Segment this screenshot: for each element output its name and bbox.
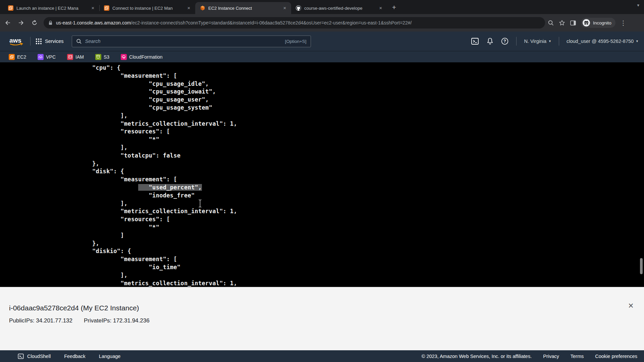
ec2-favicon — [8, 5, 13, 11]
footer-link[interactable]: Privacy — [543, 354, 559, 359]
favorite-service-link[interactable]: CloudFormation — [121, 54, 163, 60]
bookmark-star-icon[interactable] — [559, 20, 565, 26]
terminal-line: ] — [92, 232, 644, 240]
incognito-icon — [582, 19, 590, 27]
browser-toolbar: us-east-1.console.aws.amazon.com/ec2-ins… — [0, 14, 644, 32]
terminal-line: ], — [92, 144, 644, 152]
help-icon[interactable]: ? — [501, 37, 509, 45]
terminal-line: ], — [92, 112, 644, 120]
services-menu[interactable]: Services — [36, 39, 64, 44]
terminal-line: "metrics_collection_interval": 1, — [92, 280, 644, 287]
terminal-line: "cpu_usage_idle", — [92, 80, 644, 88]
selected-text: "used_percent", — [138, 184, 202, 191]
tab-search-chevron-icon[interactable]: ▾ — [637, 3, 639, 8]
favorite-service-link[interactable]: IAM — [67, 54, 84, 60]
terminal-line: "diskio": { — [92, 247, 644, 255]
public-ips: PublicIPs: 34.201.77.132 — [9, 317, 72, 324]
services-label: Services — [45, 39, 64, 44]
notifications-bell-icon[interactable] — [486, 37, 494, 45]
s3-service-icon — [95, 54, 101, 60]
browser-tab[interactable]: Launch an instance | EC2 Mana × — [3, 2, 99, 14]
terminal-line: "io_time" — [92, 263, 644, 272]
back-icon[interactable] — [2, 17, 13, 28]
footer-links: PrivacyTermsCookie preferences — [543, 354, 637, 359]
instance-info-panel: i-06daac9a5278ce2d4 (My EC2 Instance) Pu… — [0, 287, 644, 350]
tab-title: course-aws-certified-develope — [304, 6, 375, 11]
header-divider — [559, 37, 559, 46]
close-icon[interactable]: × — [626, 301, 636, 311]
search-icon — [76, 39, 82, 44]
terminal-line: "measurement": [ — [92, 72, 644, 80]
toolbar-right: Incognito ⋮ — [548, 18, 630, 28]
url-domain: us-east-1.console.aws.amazon.com — [56, 20, 131, 25]
reload-icon[interactable] — [29, 17, 40, 28]
terminal-line: "*" — [92, 136, 644, 144]
ec2-instance-connect-terminal[interactable]: "cpu": { "measurement": [ "cpu_usage_idl… — [0, 62, 644, 287]
browser-tab[interactable]: Connect to instance | EC2 Man × — [99, 2, 195, 14]
favorite-service-link[interactable]: S3 — [95, 54, 109, 60]
terminal-line: "cpu": { — [92, 64, 644, 72]
terminal-line: "measurement": [ — [92, 255, 644, 263]
header-right-controls: ? N. Virginia ▼ cloud_user @ 4595-5262-8… — [471, 32, 639, 51]
region-selector[interactable]: N. Virginia ▼ — [524, 39, 551, 44]
terminal-line: ], — [92, 200, 644, 208]
incognito-badge: Incognito — [581, 18, 615, 28]
search-shortcut: [Option+S] — [285, 39, 306, 44]
tab-close-icon[interactable]: × — [282, 5, 288, 11]
tab-close-icon[interactable]: × — [90, 5, 96, 11]
favorite-service-link[interactable]: VPC — [38, 54, 56, 60]
aws-logo[interactable]: aws — [7, 36, 25, 47]
url-path: /ec2-instance-connect/ssh?connType=stand… — [131, 20, 412, 25]
browser-tab-bar: Launch an instance | EC2 Mana × Connect … — [0, 0, 644, 14]
language-button[interactable]: Language — [99, 354, 121, 359]
footer-cloudshell-button[interactable]: CloudShell — [17, 353, 51, 360]
cloudshell-label: CloudShell — [27, 354, 51, 359]
aws-cube-favicon — [200, 5, 205, 11]
new-tab-button[interactable]: + — [389, 3, 399, 13]
copyright-text: © 2023, Amazon Web Services, Inc. or its… — [422, 354, 532, 359]
ec2-service-icon — [9, 54, 15, 60]
search-input[interactable] — [85, 39, 285, 44]
services-grid-icon — [36, 39, 42, 44]
favorite-service-link[interactable]: EC2 — [9, 54, 26, 60]
zoom-icon[interactable] — [548, 20, 554, 26]
chevron-down-icon: ▼ — [636, 40, 639, 43]
tab-close-icon[interactable]: × — [186, 5, 192, 11]
side-panel-icon[interactable] — [570, 20, 576, 26]
feedback-button[interactable]: Feedback — [64, 354, 86, 359]
ec2-favicon — [104, 5, 109, 11]
svg-text:aws: aws — [9, 37, 21, 44]
terminal-scrollbar-thumb[interactable] — [640, 258, 643, 274]
cloudshell-icon — [17, 353, 24, 360]
terminal-output: "cpu": { "measurement": [ "cpu_usage_idl… — [0, 62, 644, 287]
tab-title: Launch an instance | EC2 Mana — [16, 6, 87, 11]
terminal-line: "resources": [ — [92, 216, 644, 224]
account-menu[interactable]: cloud_user @ 4595-5262-8750 ▼ — [567, 39, 639, 44]
favorite-label: EC2 — [17, 54, 26, 60]
browser-tab[interactable]: EC2 Instance Connect × — [195, 2, 291, 14]
terminal-line: "resources": [ — [92, 128, 644, 136]
cloudshell-icon[interactable] — [471, 37, 479, 46]
terminal-line: "metrics_collection_interval": 1, — [92, 207, 644, 216]
favorite-label: S3 — [104, 54, 109, 60]
terminal-line: "used_percent", — [92, 184, 644, 192]
terminal-line: }, — [92, 160, 644, 168]
favorite-label: CloudFormation — [129, 54, 163, 60]
vpc-service-icon — [38, 54, 44, 60]
console-search[interactable]: [Option+S] — [72, 36, 311, 47]
iam-service-icon — [67, 54, 73, 60]
tab-close-icon[interactable]: × — [378, 5, 384, 11]
footer-link[interactable]: Cookie preferences — [595, 354, 637, 359]
forward-icon[interactable] — [15, 17, 27, 28]
favorite-label: IAM — [75, 54, 84, 60]
region-label: N. Virginia — [524, 39, 546, 44]
browser-menu-icon[interactable]: ⋮ — [620, 19, 627, 27]
text-cursor-icon — [198, 199, 202, 208]
lock-icon — [48, 20, 53, 25]
terminal-line: "cpu_usage_iowait", — [92, 88, 644, 96]
terminal-line: "inodes_free" — [92, 192, 644, 200]
footer-link[interactable]: Terms — [571, 354, 584, 359]
browser-tab[interactable]: course-aws-certified-develope × — [291, 2, 387, 14]
terminal-line: "disk": { — [92, 168, 644, 176]
address-bar[interactable]: us-east-1.console.aws.amazon.com/ec2-ins… — [44, 17, 545, 28]
